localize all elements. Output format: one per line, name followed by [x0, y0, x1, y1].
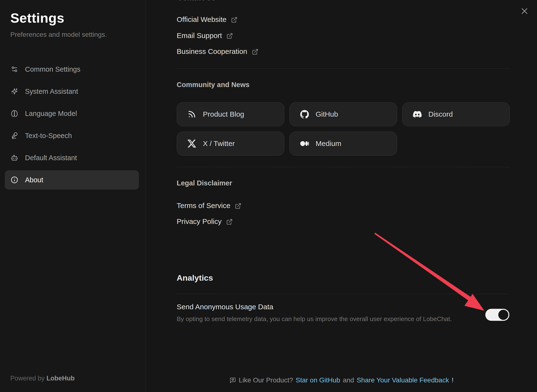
button-label: Discord — [428, 110, 453, 118]
powered-by-text: Powered by — [10, 375, 45, 382]
powered-by: Powered byLobeHub — [10, 375, 75, 382]
microphone-icon — [11, 132, 18, 139]
note-prefix: Like Our Product? — [239, 376, 293, 384]
sidebar-item-common-settings[interactable]: Common Settings — [5, 60, 139, 79]
external-link-icon — [226, 33, 233, 39]
sidebar-item-label: Text-to-Speech — [25, 132, 72, 140]
close-button[interactable] — [519, 5, 530, 17]
message-heart-icon — [230, 377, 236, 384]
sidebar-item-label: Common Settings — [25, 65, 81, 73]
rss-icon — [187, 110, 196, 119]
sparkles-icon — [11, 88, 18, 95]
link-label: Terms of Service — [177, 202, 230, 210]
official-website-link[interactable]: Official Website — [177, 15, 237, 24]
close-icon — [520, 6, 529, 16]
sidebar-item-default-assistant[interactable]: Default Assistant — [5, 148, 139, 167]
bot-icon — [11, 154, 18, 161]
contact-us-heading: Contact Us — [177, 0, 215, 2]
business-cooperation-link[interactable]: Business Cooperation — [177, 47, 258, 56]
settings-page: Settings Preferences and model settings.… — [0, 0, 537, 392]
external-link-icon — [231, 17, 237, 23]
link-label: Business Cooperation — [177, 47, 247, 56]
sidebar-item-label: System Assistant — [25, 88, 78, 95]
sidebar-item-system-assistant[interactable]: System Assistant — [5, 82, 139, 101]
brain-icon — [11, 110, 18, 117]
star-on-github-link[interactable]: Star on GitHub — [296, 376, 340, 384]
share-feedback-link[interactable]: Share Your Valuable Feedback — [357, 376, 449, 384]
button-label: X / Twitter — [203, 139, 235, 148]
section-divider — [177, 294, 510, 294]
product-blog-button[interactable]: Product Blog — [177, 102, 284, 126]
section-divider — [177, 167, 510, 167]
link-label: Privacy Policy — [177, 217, 222, 226]
sliders-icon — [11, 66, 18, 73]
toggle-knob — [498, 310, 508, 320]
about-panel: Contact Us Official Website Email Suppor… — [146, 0, 537, 392]
settings-nav: Common Settings System Assistant Languag… — [5, 60, 139, 190]
sidebar-item-label: Language Model — [25, 110, 77, 118]
link-label: Official Website — [177, 15, 226, 24]
medium-icon — [300, 139, 309, 148]
github-button[interactable]: GitHub — [289, 102, 397, 126]
medium-button[interactable]: Medium — [289, 132, 397, 156]
link-label: Email Support — [177, 32, 222, 40]
x-twitter-icon — [187, 139, 196, 148]
button-label: Product Blog — [203, 110, 244, 118]
settings-sidebar: Settings Preferences and model settings.… — [0, 0, 146, 392]
usage-data-description: By opting to send telemetry data, you ca… — [177, 315, 452, 323]
usage-data-title: Send Anonymous Usage Data — [177, 303, 273, 311]
brand-logo[interactable]: LobeHub — [47, 375, 75, 382]
privacy-policy-link[interactable]: Privacy Policy — [177, 217, 233, 226]
info-icon — [11, 176, 18, 183]
bottom-note: Like Our Product? Star on GitHub and Sha… — [146, 375, 537, 386]
terms-of-service-link[interactable]: Terms of Service — [177, 201, 241, 210]
usage-data-toggle[interactable] — [485, 309, 509, 321]
external-link-icon — [252, 49, 258, 55]
page-title: Settings — [10, 10, 64, 26]
external-link-icon — [235, 203, 241, 209]
github-icon — [300, 110, 309, 119]
discord-button[interactable]: Discord — [402, 102, 510, 126]
legal-heading: Legal Disclaimer — [177, 179, 232, 187]
x-twitter-button[interactable]: X / Twitter — [177, 132, 284, 156]
sidebar-item-label: Default Assistant — [25, 154, 77, 162]
button-label: Medium — [316, 139, 341, 148]
note-connector: and — [343, 376, 354, 384]
sidebar-item-about[interactable]: About — [5, 170, 139, 190]
note-suffix: ! — [452, 376, 454, 384]
external-link-icon — [226, 219, 233, 225]
email-support-link[interactable]: Email Support — [177, 31, 233, 40]
section-divider — [177, 68, 510, 69]
about-content: Contact Us Official Website Email Suppor… — [177, 0, 510, 392]
button-label: GitHub — [316, 110, 338, 118]
analytics-heading: Analytics — [177, 273, 213, 283]
discord-icon — [413, 110, 422, 119]
community-buttons: Product Blog GitHub Discord — [177, 102, 511, 156]
page-subtitle: Preferences and model settings. — [10, 31, 107, 38]
sidebar-item-label: About — [25, 176, 43, 184]
sidebar-item-text-to-speech[interactable]: Text-to-Speech — [5, 126, 139, 145]
sidebar-item-language-model[interactable]: Language Model — [5, 104, 139, 123]
community-heading: Community and News — [177, 81, 250, 89]
